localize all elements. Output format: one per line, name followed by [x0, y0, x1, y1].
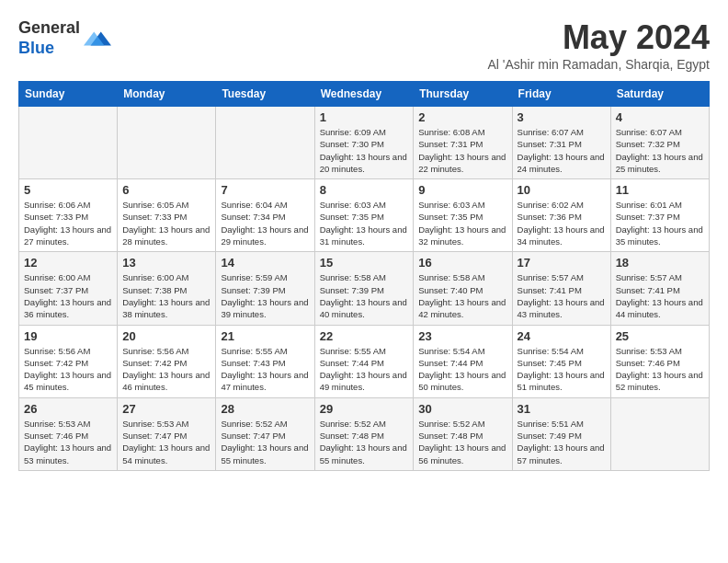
day-info: Sunrise: 5:53 AM Sunset: 7:46 PM Dayligh…: [616, 345, 704, 394]
day-number: 14: [221, 256, 309, 270]
day-header-thursday: Thursday: [414, 82, 512, 107]
day-number: 2: [418, 110, 506, 124]
calendar-cell: 29Sunrise: 5:52 AM Sunset: 7:48 PM Dayli…: [314, 397, 414, 470]
calendar-cell: 18Sunrise: 5:57 AM Sunset: 7:41 PM Dayli…: [610, 252, 709, 325]
day-info: Sunrise: 5:55 AM Sunset: 7:44 PM Dayligh…: [320, 345, 409, 394]
title-block: May 2024 Al 'Ashir min Ramadan, Sharqia,…: [487, 18, 710, 72]
calendar-cell: 13Sunrise: 6:00 AM Sunset: 7:38 PM Dayli…: [118, 252, 216, 325]
calendar-cell: [118, 107, 216, 179]
calendar-cell: 31Sunrise: 5:51 AM Sunset: 7:49 PM Dayli…: [512, 397, 610, 470]
calendar-week-row: 26Sunrise: 5:53 AM Sunset: 7:46 PM Dayli…: [19, 397, 710, 470]
day-number: 21: [221, 329, 309, 343]
day-info: Sunrise: 6:06 AM Sunset: 7:33 PM Dayligh…: [24, 199, 112, 247]
day-number: 5: [24, 183, 112, 197]
day-number: 17: [518, 256, 606, 270]
calendar-cell: 26Sunrise: 5:53 AM Sunset: 7:46 PM Dayli…: [19, 397, 118, 470]
calendar-header-row: SundayMondayTuesdayWednesdayThursdayFrid…: [19, 82, 710, 107]
day-info: Sunrise: 5:53 AM Sunset: 7:47 PM Dayligh…: [122, 418, 210, 466]
day-info: Sunrise: 5:57 AM Sunset: 7:41 PM Dayligh…: [616, 271, 704, 320]
day-number: 23: [418, 329, 506, 343]
day-number: 15: [320, 256, 409, 270]
calendar-cell: 2Sunrise: 6:08 AM Sunset: 7:31 PM Daylig…: [414, 107, 512, 179]
day-info: Sunrise: 6:00 AM Sunset: 7:38 PM Dayligh…: [122, 271, 210, 320]
day-number: 10: [518, 183, 606, 197]
day-number: 26: [24, 402, 112, 416]
calendar-table: SundayMondayTuesdayWednesdayThursdayFrid…: [18, 81, 710, 471]
day-number: 9: [418, 183, 506, 197]
day-info: Sunrise: 6:09 AM Sunset: 7:30 PM Dayligh…: [320, 126, 409, 175]
day-number: 27: [122, 402, 210, 416]
calendar-body: 1Sunrise: 6:09 AM Sunset: 7:30 PM Daylig…: [19, 107, 710, 471]
calendar-cell: 23Sunrise: 5:54 AM Sunset: 7:44 PM Dayli…: [414, 325, 512, 397]
calendar-cell: 1Sunrise: 6:09 AM Sunset: 7:30 PM Daylig…: [314, 107, 414, 179]
day-number: 1: [320, 110, 409, 124]
day-header-friday: Friday: [512, 82, 610, 107]
day-number: 24: [518, 329, 606, 343]
calendar-cell: [216, 107, 314, 179]
calendar-cell: 17Sunrise: 5:57 AM Sunset: 7:41 PM Dayli…: [512, 252, 610, 325]
day-info: Sunrise: 5:52 AM Sunset: 7:48 PM Dayligh…: [418, 418, 506, 466]
logo-general: General: [18, 18, 80, 37]
calendar-cell: 25Sunrise: 5:53 AM Sunset: 7:46 PM Dayli…: [610, 325, 709, 397]
day-info: Sunrise: 6:05 AM Sunset: 7:33 PM Dayligh…: [122, 199, 210, 247]
day-header-saturday: Saturday: [610, 82, 709, 107]
day-info: Sunrise: 5:59 AM Sunset: 7:39 PM Dayligh…: [221, 271, 309, 320]
calendar-week-row: 1Sunrise: 6:09 AM Sunset: 7:30 PM Daylig…: [19, 107, 710, 179]
calendar-week-row: 12Sunrise: 6:00 AM Sunset: 7:37 PM Dayli…: [19, 252, 710, 325]
calendar-cell: 8Sunrise: 6:03 AM Sunset: 7:35 PM Daylig…: [314, 179, 414, 252]
day-number: 30: [418, 402, 506, 416]
day-info: Sunrise: 6:07 AM Sunset: 7:32 PM Dayligh…: [616, 126, 704, 175]
calendar-cell: 7Sunrise: 6:04 AM Sunset: 7:34 PM Daylig…: [216, 179, 314, 252]
day-header-sunday: Sunday: [19, 82, 118, 107]
calendar-cell: 14Sunrise: 5:59 AM Sunset: 7:39 PM Dayli…: [216, 252, 314, 325]
day-number: 8: [320, 183, 409, 197]
day-info: Sunrise: 5:56 AM Sunset: 7:42 PM Dayligh…: [24, 345, 112, 394]
day-info: Sunrise: 6:02 AM Sunset: 7:36 PM Dayligh…: [518, 199, 606, 247]
day-number: 6: [122, 183, 210, 197]
calendar-cell: 15Sunrise: 5:58 AM Sunset: 7:39 PM Dayli…: [314, 252, 414, 325]
day-header-tuesday: Tuesday: [216, 82, 314, 107]
day-info: Sunrise: 6:07 AM Sunset: 7:31 PM Dayligh…: [518, 126, 606, 175]
day-number: 25: [616, 329, 704, 343]
calendar-cell: 30Sunrise: 5:52 AM Sunset: 7:48 PM Dayli…: [414, 397, 512, 470]
day-info: Sunrise: 5:57 AM Sunset: 7:41 PM Dayligh…: [518, 271, 606, 320]
day-info: Sunrise: 5:58 AM Sunset: 7:39 PM Dayligh…: [320, 271, 409, 320]
day-header-monday: Monday: [118, 82, 216, 107]
day-info: Sunrise: 6:01 AM Sunset: 7:37 PM Dayligh…: [616, 199, 704, 247]
day-info: Sunrise: 5:51 AM Sunset: 7:49 PM Dayligh…: [518, 418, 606, 466]
calendar-cell: 22Sunrise: 5:55 AM Sunset: 7:44 PM Dayli…: [314, 325, 414, 397]
day-info: Sunrise: 5:53 AM Sunset: 7:46 PM Dayligh…: [24, 418, 112, 466]
day-info: Sunrise: 5:55 AM Sunset: 7:43 PM Dayligh…: [221, 345, 309, 394]
calendar-cell: 3Sunrise: 6:07 AM Sunset: 7:31 PM Daylig…: [512, 107, 610, 179]
calendar-cell: 12Sunrise: 6:00 AM Sunset: 7:37 PM Dayli…: [19, 252, 118, 325]
day-number: 12: [24, 256, 112, 270]
day-number: 29: [320, 402, 409, 416]
calendar-week-row: 19Sunrise: 5:56 AM Sunset: 7:42 PM Dayli…: [19, 325, 710, 397]
calendar-cell: 20Sunrise: 5:56 AM Sunset: 7:42 PM Dayli…: [118, 325, 216, 397]
day-number: 13: [122, 256, 210, 270]
calendar-cell: 16Sunrise: 5:58 AM Sunset: 7:40 PM Dayli…: [414, 252, 512, 325]
calendar-week-row: 5Sunrise: 6:06 AM Sunset: 7:33 PM Daylig…: [19, 179, 710, 252]
calendar-cell: [19, 107, 118, 179]
calendar-cell: 27Sunrise: 5:53 AM Sunset: 7:47 PM Dayli…: [118, 397, 216, 470]
day-number: 16: [418, 256, 506, 270]
page-header: General Blue May 2024 Al 'Ashir min Rama…: [18, 18, 710, 72]
calendar-cell: 21Sunrise: 5:55 AM Sunset: 7:43 PM Dayli…: [216, 325, 314, 397]
day-info: Sunrise: 6:04 AM Sunset: 7:34 PM Dayligh…: [221, 199, 309, 247]
day-info: Sunrise: 5:54 AM Sunset: 7:44 PM Dayligh…: [418, 345, 506, 394]
day-info: Sunrise: 5:56 AM Sunset: 7:42 PM Dayligh…: [122, 345, 210, 394]
month-title: May 2024: [487, 18, 710, 57]
day-number: 20: [122, 329, 210, 343]
calendar-cell: 6Sunrise: 6:05 AM Sunset: 7:33 PM Daylig…: [118, 179, 216, 252]
day-number: 3: [518, 110, 606, 124]
logo-icon: [84, 25, 111, 52]
calendar-cell: 5Sunrise: 6:06 AM Sunset: 7:33 PM Daylig…: [19, 179, 118, 252]
day-number: 28: [221, 402, 309, 416]
calendar-cell: [610, 397, 709, 470]
logo: General Blue: [18, 18, 111, 58]
day-info: Sunrise: 5:52 AM Sunset: 7:47 PM Dayligh…: [221, 418, 309, 466]
day-number: 18: [616, 256, 704, 270]
day-info: Sunrise: 6:08 AM Sunset: 7:31 PM Dayligh…: [418, 126, 506, 175]
calendar-cell: 4Sunrise: 6:07 AM Sunset: 7:32 PM Daylig…: [610, 107, 709, 179]
day-number: 19: [24, 329, 112, 343]
